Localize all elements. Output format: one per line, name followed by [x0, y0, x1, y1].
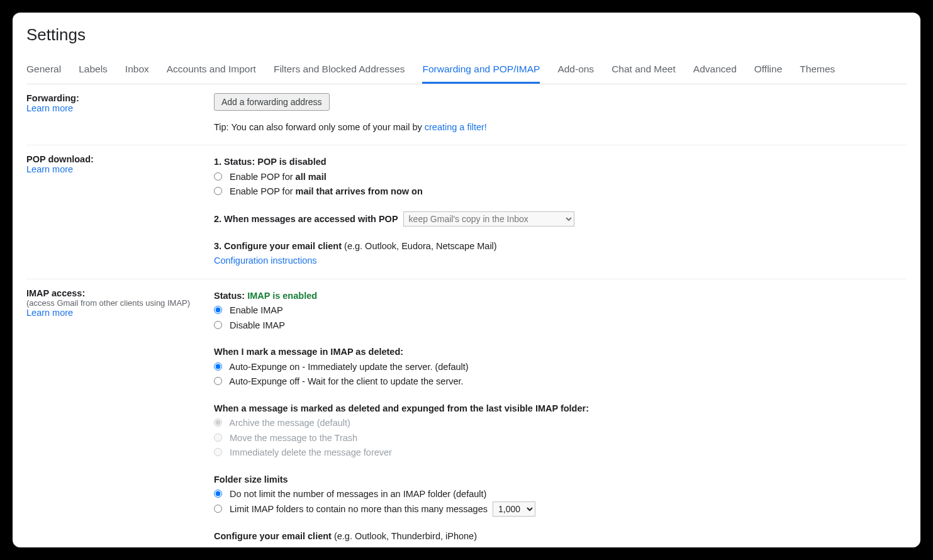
imap-expunge-on-label: Auto-Expunge on - Immediately update the…: [229, 362, 468, 372]
imap-disable-radio[interactable]: [214, 321, 222, 329]
pop-configure-heading: 3. Configure your email client: [214, 241, 342, 251]
tab-forwarding-pop-imap[interactable]: Forwarding and POP/IMAP: [422, 57, 540, 84]
pop-enable-now-on-option[interactable]: Enable POP for mail that arrives from no…: [214, 184, 907, 198]
pop-opt2-bold: mail that arrives from now on: [296, 186, 423, 196]
tab-filters[interactable]: Filters and Blocked Addresses: [274, 57, 405, 84]
tab-general[interactable]: General: [26, 57, 61, 84]
tab-themes[interactable]: Themes: [800, 57, 835, 84]
pop-status-value: POP is disabled: [257, 157, 326, 167]
imap-expunged-delete-radio: [214, 448, 222, 456]
imap-expunge-off-option[interactable]: Auto-Expunge off - Wait for the client t…: [214, 374, 907, 388]
imap-configure-rest: (e.g. Outlook, Thunderbird, iPhone): [332, 531, 477, 541]
pop-configure-rest: (e.g. Outlook, Eudora, Netscape Mail): [342, 241, 497, 251]
tab-addons[interactable]: Add-ons: [557, 57, 594, 84]
imap-status-value: IMAP is enabled: [247, 291, 317, 301]
imap-expunged-delete-label: Immediately delete the message forever: [230, 447, 392, 457]
forwarding-heading: Forwarding:: [26, 93, 204, 103]
add-forwarding-address-button[interactable]: Add a forwarding address: [214, 93, 330, 111]
pop-heading: POP download:: [26, 154, 204, 164]
imap-folder-limit-label: Limit IMAP folders to contain no more th…: [230, 504, 488, 514]
imap-expunge-off-radio[interactable]: [214, 377, 222, 385]
forwarding-tip-text: Tip: You can also forward only some of y…: [214, 122, 425, 132]
imap-learn-more-link[interactable]: Learn more: [26, 308, 73, 318]
imap-expunge-off-label: Auto-Expunge off - Wait for the client t…: [229, 376, 463, 386]
imap-expunged-trash-label: Move the message to the Trash: [230, 433, 357, 443]
pop-opt1-prefix: Enable POP for: [230, 172, 296, 182]
imap-folder-limit-radio[interactable]: [214, 505, 222, 513]
pop-opt1-bold: all mail: [296, 172, 327, 182]
imap-folder-nolimit-option[interactable]: Do not limit the number of messages in a…: [214, 487, 907, 501]
imap-expunged-heading: When a message is marked as deleted and …: [214, 401, 907, 415]
imap-expunged-trash-radio: [214, 434, 222, 442]
section-forwarding: Forwarding: Learn more Add a forwarding …: [26, 84, 907, 145]
imap-expunged-archive-label: Archive the message (default): [229, 418, 350, 428]
imap-folder-limit-select[interactable]: 1,000: [493, 501, 535, 517]
imap-config-instructions-link[interactable]: Configuration instructions: [214, 546, 317, 547]
pop-status-prefix: 1. Status:: [214, 157, 257, 167]
imap-expunged-archive-radio: [214, 418, 222, 427]
tab-chat-meet[interactable]: Chat and Meet: [612, 57, 676, 84]
section-pop: POP download: Learn more 1. Status: POP …: [26, 145, 907, 279]
create-filter-link[interactable]: creating a filter!: [425, 122, 487, 132]
imap-disable-label: Disable IMAP: [230, 320, 285, 330]
imap-expunged-trash-option: Move the message to the Trash: [214, 431, 907, 445]
pop-config-instructions-link[interactable]: Configuration instructions: [214, 255, 317, 266]
tab-offline[interactable]: Offline: [754, 57, 783, 84]
settings-tabs: General Labels Inbox Accounts and Import…: [26, 57, 907, 84]
pop-opt2-prefix: Enable POP for: [230, 186, 296, 196]
imap-folder-nolimit-label: Do not limit the number of messages in a…: [230, 489, 486, 499]
imap-heading: IMAP access:: [26, 288, 204, 298]
pop-action-select[interactable]: keep Gmail's copy in the Inbox: [403, 211, 574, 227]
pop-enable-all-mail-radio[interactable]: [214, 172, 222, 181]
imap-disable-option[interactable]: Disable IMAP: [214, 318, 907, 332]
tab-labels[interactable]: Labels: [79, 57, 108, 84]
imap-configure-heading: Configure your email client: [214, 531, 332, 541]
tab-inbox[interactable]: Inbox: [125, 57, 149, 84]
pop-enable-all-mail-option[interactable]: Enable POP for all mail: [214, 170, 907, 184]
imap-folder-limit-option[interactable]: Limit IMAP folders to contain no more th…: [214, 501, 907, 517]
page-title: Settings: [26, 25, 907, 45]
imap-enable-label: Enable IMAP: [230, 305, 283, 315]
imap-expunged-delete-option: Immediately delete the message forever: [214, 445, 907, 459]
section-imap: IMAP access: (access Gmail from other cl…: [26, 279, 907, 547]
imap-expunge-on-option[interactable]: Auto-Expunge on - Immediately update the…: [214, 360, 907, 374]
imap-subheading: (access Gmail from other clients using I…: [26, 298, 204, 308]
pop-enable-now-on-radio[interactable]: [214, 187, 222, 195]
imap-enable-option[interactable]: Enable IMAP: [214, 303, 907, 317]
imap-enable-radio[interactable]: [214, 306, 222, 314]
imap-folder-limits-heading: Folder size limits: [214, 473, 907, 486]
imap-status-prefix: Status:: [214, 291, 247, 301]
imap-expunged-archive-option: Archive the message (default): [214, 416, 907, 430]
tab-advanced[interactable]: Advanced: [693, 57, 737, 84]
tab-accounts-import[interactable]: Accounts and Import: [167, 57, 256, 84]
imap-expunge-on-radio[interactable]: [214, 362, 222, 371]
imap-deleted-heading: When I mark a message in IMAP as deleted…: [214, 345, 907, 359]
pop-learn-more-link[interactable]: Learn more: [26, 164, 73, 174]
forwarding-learn-more-link[interactable]: Learn more: [26, 103, 73, 113]
imap-folder-nolimit-radio[interactable]: [214, 490, 222, 498]
pop-accessed-heading: 2. When messages are accessed with POP: [214, 214, 398, 224]
